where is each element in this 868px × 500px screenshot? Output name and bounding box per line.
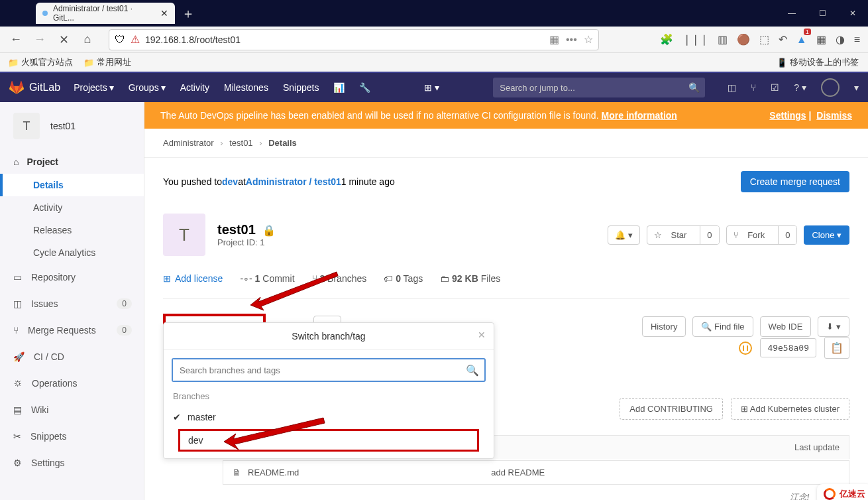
shield-icon[interactable]: 🛡 bbox=[115, 34, 125, 46]
sidebar-settings[interactable]: ⚙Settings bbox=[0, 450, 144, 476]
dropdown-section-label: Branches bbox=[164, 390, 494, 406]
breadcrumb-admin[interactable]: Administrator bbox=[163, 138, 214, 148]
clone-button[interactable]: Clone ▾ bbox=[804, 225, 849, 245]
insecure-icon[interactable]: ⚠ bbox=[131, 33, 140, 46]
sidebar: T test01 ⌂ Project Details Activity Rele… bbox=[0, 73, 144, 500]
sidebar-repository[interactable]: ▭Repository bbox=[0, 264, 144, 290]
breadcrumb-project[interactable]: test01 bbox=[229, 138, 252, 148]
address-bar: ← → ✕ ⌂ 🛡 ⚠ 192.168.1.8/root/test01 ▦ ••… bbox=[0, 27, 868, 53]
undo-icon[interactable]: ↶ bbox=[779, 33, 787, 46]
add-contributing-button[interactable]: Add CONTRIBUTING bbox=[620, 398, 723, 420]
sidebar-issues[interactable]: ◫Issues0 bbox=[0, 290, 144, 317]
bookmark-folder[interactable]: 📁 火狐官方站点 bbox=[8, 56, 73, 68]
notification-toggle[interactable]: 🔔 ▾ bbox=[608, 225, 640, 245]
create-merge-request-button[interactable]: Create merge request bbox=[741, 171, 849, 192]
tags-stat[interactable]: 🏷 0 Tags bbox=[384, 273, 423, 284]
reader-icon[interactable]: ▥ bbox=[718, 33, 728, 46]
issues-icon: ◫ bbox=[13, 298, 22, 309]
tab-status-dot bbox=[42, 11, 48, 16]
screenshot-icon[interactable]: ⬚ bbox=[759, 33, 769, 46]
global-search[interactable]: 🔍 bbox=[493, 78, 705, 97]
sidebar-operations[interactable]: ⛭Operations bbox=[0, 370, 144, 397]
menu-icon[interactable]: ≡ bbox=[854, 34, 860, 46]
sidebar-project-root[interactable]: ⌂ Project bbox=[0, 150, 144, 174]
alert-more-link[interactable]: More information bbox=[602, 110, 677, 121]
meatball-icon[interactable]: ••• bbox=[566, 34, 577, 46]
alert-dismiss-link[interactable]: Dismiss bbox=[816, 110, 852, 121]
browser-tab[interactable]: Administrator / test01 · GitL... ✕ bbox=[36, 3, 175, 24]
url-input[interactable]: 🛡 ⚠ 192.168.1.8/root/test01 ▦ ••• ☆ bbox=[109, 29, 599, 50]
mobile-bookmarks[interactable]: 📱 移动设备上的书签 bbox=[777, 56, 859, 68]
bookmark-folder[interactable]: 📁 常用网址 bbox=[83, 56, 131, 68]
extension-icon[interactable]: 🧩 bbox=[660, 33, 673, 46]
bookmark-star-icon[interactable]: ☆ bbox=[584, 33, 593, 46]
nav-projects[interactable]: Projects ▾ bbox=[74, 82, 114, 93]
pipeline-paused-icon[interactable] bbox=[739, 342, 752, 355]
web-ide-button[interactable]: Web IDE bbox=[760, 316, 812, 337]
home-button[interactable]: ⌂ bbox=[80, 32, 95, 46]
minimize-button[interactable]: — bbox=[777, 0, 807, 27]
profile-avatar-icon[interactable]: 🟤 bbox=[737, 33, 750, 46]
nav-milestones[interactable]: Milestones bbox=[224, 82, 268, 93]
url-text: 192.168.1.8/root/test01 bbox=[145, 34, 549, 45]
add-license-link[interactable]: ⊞ Add license bbox=[163, 273, 223, 284]
push-project-link[interactable]: Administrator / test01 bbox=[246, 176, 341, 187]
close-window-button[interactable]: ✕ bbox=[838, 0, 868, 27]
nav-snippets[interactable]: Snippets bbox=[283, 82, 319, 93]
history-button[interactable]: History bbox=[642, 316, 686, 337]
plus-icon[interactable]: ⊞ ▾ bbox=[424, 82, 439, 93]
branch-search-input[interactable]: 🔍 bbox=[172, 358, 486, 382]
notification-icon[interactable]: ▲1 bbox=[796, 34, 807, 46]
new-tab-button[interactable]: ＋ bbox=[182, 5, 195, 23]
todos-icon[interactable]: ☑ bbox=[771, 82, 779, 93]
help-icon[interactable]: ? ▾ bbox=[794, 82, 806, 93]
search-icon[interactable]: 🔍 bbox=[461, 359, 484, 381]
sidebar-cicd[interactable]: 🚀CI / CD bbox=[0, 344, 144, 370]
file-name[interactable]: README.md bbox=[248, 468, 299, 477]
merge-request-icon[interactable]: ⑂ bbox=[751, 82, 756, 93]
chart-icon[interactable]: 📊 bbox=[333, 82, 345, 93]
copy-sha-button[interactable]: 📋 bbox=[824, 337, 849, 359]
last-update-header: Last update bbox=[794, 442, 840, 452]
find-file-button[interactable]: 🔍 Find file bbox=[692, 316, 753, 337]
sidebar-merge-requests[interactable]: ⑂Merge Requests0 bbox=[0, 317, 144, 344]
add-k8s-button[interactable]: ⊞ Add Kubernetes cluster bbox=[731, 398, 849, 420]
close-icon[interactable]: ✕ bbox=[478, 330, 486, 340]
commit-message[interactable]: add README bbox=[491, 468, 545, 477]
sidebar-releases[interactable]: Releases bbox=[0, 219, 144, 241]
stop-button[interactable]: ✕ bbox=[56, 32, 72, 47]
user-avatar[interactable] bbox=[821, 78, 840, 97]
sidebar-wiki[interactable]: ▤Wiki bbox=[0, 397, 144, 423]
push-branch-link[interactable]: dev bbox=[222, 176, 238, 187]
mr-count: 0 bbox=[117, 325, 132, 336]
fork-button[interactable]: ⑂ Fork0 bbox=[726, 225, 798, 245]
project-tile[interactable]: T test01 bbox=[0, 102, 144, 150]
sidebar-activity[interactable]: Activity bbox=[0, 196, 144, 219]
watermark: 江念! 亿速云 bbox=[790, 484, 868, 500]
maximize-button[interactable]: ☐ bbox=[807, 0, 838, 27]
nav-groups[interactable]: Groups ▾ bbox=[129, 82, 166, 93]
gitlab-logo[interactable]: GitLab bbox=[9, 80, 60, 95]
sidebar-cycle-analytics[interactable]: Cycle Analytics bbox=[0, 241, 144, 264]
search-icon[interactable]: 🔍 bbox=[688, 82, 700, 93]
sidebar-details[interactable]: Details bbox=[0, 174, 144, 196]
library-icon[interactable]: ❘❘❘ bbox=[682, 33, 708, 46]
nav-activity[interactable]: Activity bbox=[180, 82, 209, 93]
tab-close-icon[interactable]: ✕ bbox=[160, 8, 168, 19]
star-button[interactable]: ☆ Star0 bbox=[647, 225, 720, 245]
qr-icon[interactable]: ▦ bbox=[549, 33, 559, 46]
alert-settings-link[interactable]: Settings bbox=[769, 110, 806, 121]
grid-icon[interactable]: ▦ bbox=[816, 33, 826, 46]
issues-icon[interactable]: ◫ bbox=[728, 82, 736, 93]
files-stat[interactable]: 🗀 92 KB Files bbox=[440, 273, 500, 284]
branch-search-field[interactable] bbox=[173, 359, 461, 381]
sidebar-snippets[interactable]: ✂Snippets bbox=[0, 423, 144, 450]
container-icon[interactable]: ◑ bbox=[836, 33, 845, 46]
home-icon: ⌂ bbox=[13, 156, 19, 167]
wrench-icon[interactable]: 🔧 bbox=[359, 82, 370, 93]
file-row[interactable]: 🗎 README.md add README bbox=[223, 460, 849, 485]
commit-sha[interactable]: 49e58a09 bbox=[760, 338, 816, 357]
download-button[interactable]: ⬇ ▾ bbox=[818, 316, 849, 337]
search-input[interactable] bbox=[493, 78, 705, 97]
back-button[interactable]: ← bbox=[8, 32, 24, 46]
